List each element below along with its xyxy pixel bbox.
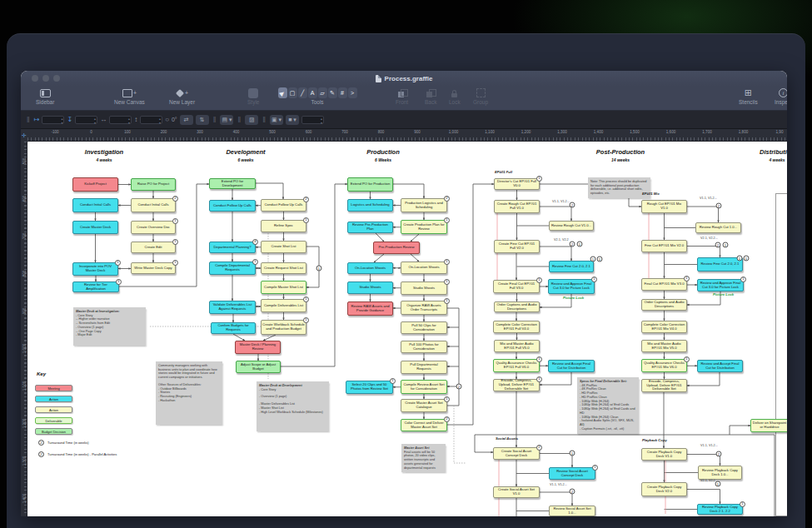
flow-node-i3[interactable]: Conduct Initial Calls — [72, 198, 118, 212]
flow-node-f3[interactable]: Create Fine Cut EP#01 Full V2.0 — [494, 240, 540, 253]
flow-node-d8[interactable]: Create Request Shot List — [261, 262, 306, 274]
flow-node-m11[interactable]: Review and Accept Final Cut for Distribu… — [697, 360, 743, 372]
key-swatch[interactable]: Deliverable — [35, 417, 72, 424]
flow-node-i8[interactable]: Incorporate into POV Master Deck1 — [72, 262, 118, 276]
flow-node-s1[interactable]: Create Social Asset Concept Deck2 — [493, 447, 540, 460]
width-field[interactable]: ▴▾ — [109, 116, 132, 124]
flow-node-p16[interactable]: Select 20 Clips and 50 Photos from Revie… — [346, 381, 393, 394]
flow-node-d11[interactable]: Compile Deliverables List1 — [261, 299, 306, 312]
flow-node-p7[interactable]: On-Location Shoots — [347, 262, 393, 274]
flip-vertical-button[interactable]: ⇅ — [196, 115, 209, 125]
flow-node-m12[interactable]: Encode, Compress, Upload, Deliver EP#01 … — [641, 379, 687, 392]
flow-node-d9[interactable]: Compile Master Shot List — [261, 281, 306, 294]
flow-node-d4[interactable]: Refine Spec1 — [261, 220, 306, 232]
stencils-button[interactable]: ⊞Stencils — [739, 87, 758, 105]
flow-node-p2[interactable]: Logistics and Scheduling — [347, 199, 393, 212]
flow-node-f11[interactable]: Review and Accept Final Cut for Distribu… — [548, 360, 595, 372]
flow-node-s2[interactable]: Review Social Asset Concept Deck1 — [549, 467, 595, 480]
flow-node-m4[interactable]: Review Fine Cut 2.0, 2.1 — [697, 257, 743, 271]
note-box[interactable]: Master Deck at Development- Core Story- … — [257, 381, 329, 431]
flow-node-f6[interactable]: Review and Approve Final Cut 3.0 for Pic… — [548, 279, 595, 294]
note-box[interactable]: Note: This process should be duplicated … — [588, 177, 650, 198]
flow-node-d12[interactable]: Confirm Budgets for Requests — [211, 322, 256, 334]
diagram-tool[interactable]: # — [338, 87, 347, 98]
stepper-arrows[interactable]: ▴▾ — [61, 117, 62, 125]
flow-node-f1[interactable]: Create Rough Cut EP#01 Full V1.0 — [494, 200, 540, 213]
flow-node-d14[interactable]: Master Deck / Planning Review — [235, 341, 281, 354]
artboard-tool[interactable]: ▱ — [318, 87, 327, 98]
flow-node-m6[interactable]: Review and Approve Final Cut 3.0 for Pic… — [697, 279, 744, 291]
flow-node-i9[interactable]: Write Master Deck Copy1 — [131, 262, 176, 274]
flow-node-p14[interactable]: Pull 100 Photos for Consideration — [401, 341, 447, 353]
flow-node-s4[interactable]: Review Social Asset Set 1.0... — [549, 506, 595, 516]
key-swatch[interactable]: Meeting — [35, 385, 72, 391]
y-position-field[interactable]: ▴▾ — [75, 116, 97, 124]
note-box[interactable]: Specs for Final Deliverable Set:- 4K Pro… — [577, 377, 639, 434]
flow-node-i4[interactable]: Conduct Initial Calls2 — [131, 198, 176, 212]
flow-node-p15[interactable]: Pull Departmental Requests — [401, 361, 447, 374]
horizontal-ruler[interactable]: -10001002003004005006007008009001,0001,1… — [27, 129, 787, 142]
new-canvas-button[interactable]: +New Canvas — [114, 87, 145, 105]
stepper-arrows[interactable]: ▴▾ — [94, 117, 96, 125]
flow-node-p11[interactable]: Review RAW Assets and Provide Guidance — [347, 301, 393, 316]
flow-node-i2[interactable]: Raise PO for Project — [131, 178, 176, 191]
flow-node-m9[interactable]: Mix and Master Audio EP#01 Mix V5.0 — [641, 340, 687, 352]
flow-node-p12[interactable]: Organize RAW Assets Order Transcripts1 — [401, 301, 447, 315]
flow-node-p1[interactable]: Extend PO for Production — [347, 177, 393, 192]
flow-node-f5[interactable]: Create Final Cut EP#01 Full V3.01 — [493, 280, 540, 293]
flow-node-m5[interactable]: Final Cut EP#01 Mix V3.01 — [641, 278, 687, 291]
flow-node-p6[interactable]: Pre-Production Review — [373, 242, 420, 254]
flow-node-m3[interactable]: Fine Cut EP#01 Mix V2.0 — [641, 240, 687, 252]
flow-node-p18[interactable]: Create Master Asset Set Catalogue1 — [401, 399, 447, 412]
flow-node-p13[interactable]: Pull 50 Clips for Consideration — [401, 321, 447, 334]
flow-node-i5[interactable]: Create Master Deck — [72, 221, 118, 234]
stepper-arrows[interactable]: ▴▾ — [159, 117, 161, 125]
flow-node-p17[interactable]: Compile Review Asset Set for Considerati… — [401, 380, 447, 394]
shape-tool[interactable]: ▢ — [288, 87, 297, 98]
flow-node-b5[interactable]: Deliver on Sharepoint or Harddrive — [750, 419, 787, 432]
stroke-style-button[interactable]: ▤ ▾ — [220, 115, 233, 125]
flow-node-f4[interactable]: Review Fine Cut 2.0, 2.1 — [549, 261, 594, 272]
color-button[interactable]: ■ ▾ — [286, 115, 299, 125]
flow-node-m1[interactable]: Rough Cut EP#01 Mix V1.0 — [641, 200, 687, 213]
flow-node-m8[interactable]: Complete Color Correction EP#01 Mix V4.0 — [641, 321, 687, 333]
opacity-field[interactable]: ▴▾ — [301, 116, 324, 124]
vertical-ruler[interactable]: 5006007008009001,0001,1001,2001,3001,400 — [21, 142, 27, 516]
note-box[interactable]: Master Deck at Investigation:- Core Stor… — [73, 307, 146, 346]
text-tool[interactable]: A — [308, 87, 317, 98]
inspect-button[interactable]: iInspect — [775, 87, 787, 105]
titlebar[interactable]: Process.graffle — [21, 71, 787, 86]
flow-node-f7[interactable]: Order Captions and Audio Descriptions — [494, 301, 540, 312]
flow-node-p8[interactable]: On-Location Shoots1 — [401, 262, 447, 274]
flow-node-d10[interactable]: Validate Deliverables List Against Reque… — [209, 301, 256, 314]
flow-node-m7[interactable]: Order Captions and Audio Descriptions — [641, 299, 687, 311]
sidebar-button[interactable]: Sidebar — [36, 87, 54, 105]
shadow-style-button[interactable]: ▣ ▾ — [270, 115, 283, 125]
flow-node-f0[interactable]: Director's Cut EP#01 Full V0.01 — [494, 178, 540, 190]
flow-node-p19[interactable]: Color Correct and Deliver Master Asset S… — [401, 419, 447, 431]
flow-node-d13[interactable]: Create Workback Schedule and Production … — [261, 320, 306, 335]
flow-node-s3[interactable]: Create Social Asset Set V1.0 — [493, 486, 540, 498]
key-swatch[interactable]: Action — [35, 396, 72, 402]
flow-node-f8[interactable]: Complete Color Correction EP#01 Full V4.… — [493, 321, 540, 333]
flow-node-f9[interactable]: Mix and Master Audio EP#01 Full V5.0 — [494, 340, 540, 352]
more-tools[interactable]: > — [348, 87, 357, 98]
flow-node-p10[interactable]: Studio Shoots1 — [401, 281, 447, 295]
flow-node-d5[interactable]: Departmental Planning?4 — [209, 242, 256, 253]
key-swatch[interactable]: Budget Decision — [35, 428, 72, 435]
flow-node-f12[interactable]: Encode, Compress, Upload, Deliver EP#01 … — [493, 379, 540, 391]
flow-node-d7[interactable]: Compile Departmental Requests1 — [209, 262, 256, 275]
flow-node-f2[interactable]: Review Rough Cut V1.0... — [549, 221, 594, 231]
new-layer-button[interactable]: +New Layer — [169, 87, 195, 105]
diagram-canvas[interactable]: Kickoff ProjectRaise PO for ProjectCondu… — [27, 142, 787, 516]
x-position-field[interactable]: ▴▾ — [42, 116, 64, 124]
flow-node-i6[interactable]: Create Overview Doc1 — [131, 221, 176, 234]
flow-node-b4[interactable]: Review Playback Copy Deck 2.1, 2.21 — [697, 504, 743, 515]
key-swatch[interactable]: Action — [35, 406, 72, 413]
pen-tool[interactable]: ✎ — [328, 87, 337, 98]
note-box[interactable]: Master Asset SetFinal assets will be 50 … — [401, 444, 446, 472]
flow-node-i1[interactable]: Kickoff Project — [72, 177, 118, 192]
flow-node-b2[interactable]: Review Playback Copy Deck 1.0... — [698, 466, 742, 480]
flow-node-i7[interactable]: Create Edit1 — [131, 242, 176, 253]
flow-node-i10[interactable]: Review for Tier Amplification1 — [72, 281, 119, 292]
